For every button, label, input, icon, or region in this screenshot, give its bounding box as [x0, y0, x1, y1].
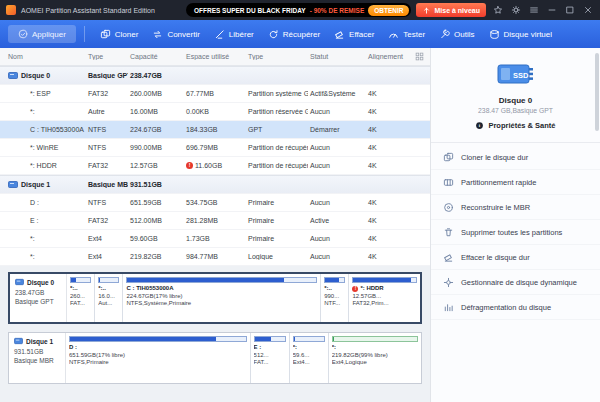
partition-row-hddr[interactable]: *: HDDR FAT32 12.57GB ! 11.60GB Partitio… [0, 157, 430, 175]
sidebar-action-effacer-le-disque-dur[interactable]: Effacer le disque dur [431, 245, 600, 270]
toolbar-item-effacer[interactable]: Effacer [327, 20, 381, 48]
row-alignment: 4K [366, 108, 408, 115]
partition-row-[interactable]: *: Ext4 59.60GB ! 1.73GB Primaire Aucun … [0, 230, 430, 248]
disk-map-size: 931.51GB [14, 348, 60, 355]
row-alignment: 4K [366, 235, 408, 242]
partition-block-hddr[interactable]: ! *: HDDR 12.57GB... FAT32,Prim... [349, 274, 420, 322]
partition-name: E : [254, 344, 262, 352]
column-header-espace-utilise-3[interactable]: Espace utilisé [184, 53, 246, 60]
disk-row-disque-0[interactable]: Disque 0 Basique GPT 238.47GB ! [0, 66, 430, 85]
minimize-button[interactable] [545, 4, 558, 17]
partition-fs: NTFS,Primaire [69, 359, 247, 367]
partition-row-d[interactable]: D : NTFS 651.59GB ! 534.75GB Primaire Au… [0, 194, 430, 212]
column-header-type-1[interactable]: Type [86, 53, 128, 60]
clone-icon [100, 29, 111, 40]
row-name: *: HDDR [30, 162, 57, 169]
partition-size: 224.67GB(17% libre) [126, 293, 317, 301]
disk-row-disque-1[interactable]: Disque 1 Basique MBR 931.51GB ! [0, 175, 430, 194]
sidebar-action-gestionnaire-de-disque-dynamique[interactable]: Gestionnaire de disque dynamique [431, 270, 600, 295]
column-header-nom-0[interactable]: Nom [0, 53, 86, 60]
partition-block-[interactable]: ! *: 59.6... Ext4... [290, 333, 329, 383]
sidebar-action-supprimer-toutes-les-partitions[interactable]: Supprimer toutes les partitions [431, 220, 600, 245]
delete-partitions-icon [443, 227, 454, 238]
partition-block-d[interactable]: ! D : 651.59GB(17% libre) NTFS,Primaire [66, 333, 251, 383]
partition-block-e[interactable]: ! E : 512... FAT... [251, 333, 290, 383]
close-button[interactable] [581, 4, 594, 17]
sidebar-action-defragmentation-du-disque[interactable]: Défragmentation du disque [431, 295, 600, 320]
info-icon: i [475, 121, 484, 130]
partition-fs: Ext4,Logique [332, 359, 418, 367]
sidebar-scrollbar[interactable] [595, 53, 599, 131]
menu-icon[interactable] [527, 4, 540, 17]
maximize-button[interactable] [563, 4, 576, 17]
row-status: Démarrer [308, 126, 366, 133]
partition-name: *:.. [324, 285, 332, 293]
row-capacity: 512.00MB [128, 217, 184, 224]
promo-cta-button[interactable]: OBTENIR [368, 5, 409, 16]
partition-block-c-tih0553000a[interactable]: ! C : TIH0553000A 224.67GB(17% libre) NT… [123, 274, 321, 322]
row-filesystem: Basique GPT [86, 72, 128, 79]
sidebar-disk-name: Disque 0 [439, 96, 592, 105]
partition-row-e[interactable]: E : FAT32 512.00MB ! 281.28MB Primaire A… [0, 212, 430, 230]
row-filesystem: FAT32 [86, 162, 128, 169]
row-status: Aucun [308, 108, 366, 115]
toolbar-item-disque-virtuel[interactable]: Disque virtuel [482, 20, 559, 48]
row-name: C : TIH0553000A [30, 126, 84, 133]
partition-size: 16.0... [98, 293, 119, 301]
partition-name: *: HDDR [360, 285, 383, 293]
partition-size: 260... [70, 293, 91, 301]
app-logo-icon [6, 5, 16, 15]
toolbar-item-convertir[interactable]: Convertir [145, 20, 206, 48]
properties-health-button[interactable]: i Propriétés & Santé [439, 121, 592, 130]
row-used-space: 0.00KB [186, 108, 209, 115]
sidebar-action-partitionnement-rapide[interactable]: Partitionnement rapide [431, 170, 600, 195]
partition-row-[interactable]: *: Autre 16.00MB ! 0.00KB Partition rése… [0, 103, 430, 121]
disk-info[interactable]: Disque 0 238.47GB Basique GPT [10, 274, 67, 322]
row-filesystem: Basique MBR [86, 181, 128, 188]
column-header-alignement-6[interactable]: Alignement [366, 53, 408, 60]
row-capacity: 224.67GB [128, 126, 184, 133]
wipe-icon [334, 29, 345, 40]
row-partition-type: Partition de récupération, ... [246, 144, 308, 151]
toolbar-item-recuperer[interactable]: Récupérer [261, 20, 327, 48]
star-icon[interactable] [491, 4, 504, 17]
toolbar-item-tester[interactable]: Tester [381, 20, 432, 48]
toolbar-item-cloner[interactable]: Cloner [93, 20, 146, 48]
column-settings-icon[interactable] [415, 52, 424, 61]
disk-block-disque-1[interactable]: Disque 1 931.51GB Basique MBR ! D : 651.… [8, 332, 422, 384]
partition-block-[interactable]: ! *:.. 260... FAT... [67, 274, 95, 322]
row-name: Disque 1 [21, 181, 50, 188]
partition-row-winre[interactable]: *: WinRE NTFS 990.00MB ! 696.79MB Partit… [0, 139, 430, 157]
partition-row-esp[interactable]: *: ESP FAT32 260.00MB ! 67.77MB Partitio… [0, 85, 430, 103]
partition-block-[interactable]: ! *: 219.82GB(99% libre) Ext4,Logique [329, 333, 421, 383]
partition-block-[interactable]: ! *:.. 16.0... Aut... [95, 274, 123, 322]
upgrade-button[interactable]: Mise à niveau [416, 3, 486, 17]
toolbar-item-outils[interactable]: Outils [432, 20, 481, 48]
row-status: Aucun [308, 144, 366, 151]
sidebar-action-reconstruire-le-mbr[interactable]: Reconstruire le MBR [431, 195, 600, 220]
toolbar-item-liberer[interactable]: Libérer [207, 20, 261, 48]
row-capacity: 16.00MB [128, 108, 184, 115]
disk-info[interactable]: Disque 1 931.51GB Basique MBR [9, 333, 66, 383]
row-partition-type: Primaire [246, 217, 308, 224]
partition-block-[interactable]: ! *:.. 990... NTF... [321, 274, 349, 322]
partition-row-c-tih0553000a[interactable]: C : TIH0553000A NTFS 224.67GB ! 184.33GB… [0, 121, 430, 139]
gear-icon[interactable] [509, 4, 522, 17]
disk-block-disque-0[interactable]: Disque 0 238.47GB Basique GPT ! *:.. 260… [8, 272, 422, 324]
sidebar-disk-summary: SSD Disque 0 238.47 GB,Basique GPT i Pro… [431, 58, 600, 136]
disk-icon [14, 337, 23, 345]
column-header-capacite-2[interactable]: Capacité [128, 53, 184, 60]
partition-size: 12.57GB... [352, 293, 417, 301]
row-alignment: 4K [366, 90, 408, 97]
disk-map-scheme: Basique GPT [15, 298, 61, 305]
apply-button[interactable]: Appliquer [8, 25, 76, 43]
promo-banner[interactable]: OFFRES SUPER DU BLACK FRIDAY - 90% DE RE… [186, 3, 412, 17]
sidebar-action-cloner-le-disque-dur[interactable]: Cloner le disque dur [431, 145, 600, 170]
row-status: Actif&Système [308, 90, 366, 97]
column-header-type-4[interactable]: Type [246, 53, 308, 60]
partition-row-[interactable]: *: Ext4 219.82GB ! 984.77MB Logique Aucu… [0, 248, 430, 266]
disk-map-name: Disque 1 [26, 338, 53, 345]
column-header-statut-5[interactable]: Statut [308, 53, 366, 60]
tools-icon [439, 29, 450, 40]
test-icon [388, 29, 399, 40]
